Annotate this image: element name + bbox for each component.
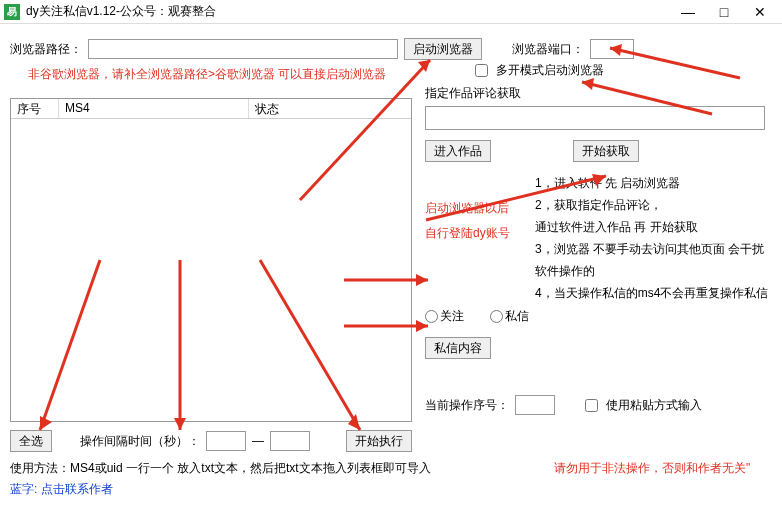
- table-col-status[interactable]: 状态: [249, 99, 411, 118]
- bottom-bar: 全选 操作间隔时间（秒）： — 开始执行: [10, 430, 412, 452]
- dm-content-button[interactable]: 私信内容: [425, 337, 491, 359]
- current-seq-label: 当前操作序号：: [425, 397, 509, 414]
- enter-work-button[interactable]: 进入作品: [425, 140, 491, 162]
- fieldset-label: 指定作品评论获取: [425, 85, 769, 102]
- after-start-hint-2: 自行登陆dy账号: [425, 225, 510, 242]
- work-url-input[interactable]: [425, 106, 765, 130]
- browser-path-label: 浏览器路径：: [10, 41, 82, 58]
- left-pane: 序号 MS4 状态: [10, 98, 412, 422]
- titlebar: 易 dy关注私信v1.12-公众号：观赛整合 — □ ✕: [0, 0, 782, 24]
- multi-open-label: 多开模式启动浏览器: [496, 62, 604, 79]
- multi-open-checkbox[interactable]: [475, 64, 488, 77]
- close-button[interactable]: ✕: [742, 1, 778, 23]
- start-fetch-button[interactable]: 开始获取: [573, 140, 639, 162]
- interval-sep: —: [252, 434, 264, 448]
- select-all-button[interactable]: 全选: [10, 430, 52, 452]
- instruction-3: 3，浏览器 不要手动去访问其他页面 会干扰软件操作的: [535, 238, 769, 282]
- after-start-hint-1: 启动浏览器以后: [425, 200, 510, 217]
- minimize-button[interactable]: —: [670, 1, 706, 23]
- interval-min-input[interactable]: [206, 431, 246, 451]
- browser-hint: 非谷歌浏览器，请补全浏览器路径>谷歌浏览器 可以直接启动浏览器: [28, 66, 386, 83]
- footer: 使用方法：MS4或uid 一行一个 放入txt文本，然后把txt文本拖入列表框即…: [10, 460, 770, 502]
- browser-path-input[interactable]: [88, 39, 398, 59]
- current-seq-input[interactable]: [515, 395, 555, 415]
- contact-link[interactable]: 蓝字: 点击联系作者: [10, 481, 770, 498]
- instruction-2: 2，获取指定作品评论，: [535, 194, 769, 216]
- usage-text: 使用方法：MS4或uid 一行一个 放入txt文本，然后把txt文本拖入列表框即…: [10, 461, 431, 475]
- start-exec-button[interactable]: 开始执行: [346, 430, 412, 452]
- warn-text: 请勿用于非法操作，否则和作者无关": [554, 461, 750, 475]
- paste-mode-checkbox[interactable]: [585, 399, 598, 412]
- follow-radio[interactable]: [425, 310, 438, 323]
- paste-mode-label: 使用粘贴方式输入: [606, 397, 702, 414]
- table-col-ms4[interactable]: MS4: [59, 99, 249, 118]
- maximize-button[interactable]: □: [706, 1, 742, 23]
- browser-port-input[interactable]: [590, 39, 634, 59]
- app-icon: 易: [4, 4, 20, 20]
- start-browser-button[interactable]: 启动浏览器: [404, 38, 482, 60]
- dm-radio[interactable]: [490, 310, 503, 323]
- instruction-2b: 通过软件进入作品 再 开始获取: [535, 216, 769, 238]
- interval-label: 操作间隔时间（秒）：: [80, 433, 200, 450]
- window-title: dy关注私信v1.12-公众号：观赛整合: [26, 3, 670, 20]
- data-table[interactable]: 序号 MS4 状态: [10, 98, 412, 422]
- instruction-4: 4，当天操作私信的ms4不会再重复操作私信: [535, 282, 769, 304]
- dm-radio-label: 私信: [505, 308, 529, 325]
- right-pane: 多开模式启动浏览器 指定作品评论获取 进入作品 开始获取 启动浏览器以后 自行登…: [425, 62, 769, 421]
- instruction-1: 1，进入软件 先 启动浏览器: [535, 172, 769, 194]
- table-col-seq[interactable]: 序号: [11, 99, 59, 118]
- browser-port-label: 浏览器端口：: [512, 41, 584, 58]
- interval-max-input[interactable]: [270, 431, 310, 451]
- follow-radio-label: 关注: [440, 308, 464, 325]
